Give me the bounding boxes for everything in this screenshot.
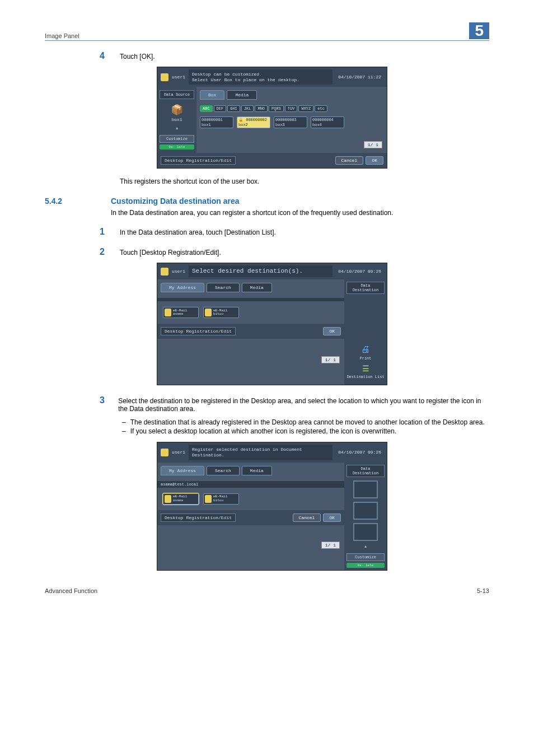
ok-button[interactable]: OK <box>366 156 383 165</box>
person-icon <box>205 309 212 316</box>
timestamp: 04/10/2007 09:26 <box>336 450 383 455</box>
destination-bitou[interactable]: ✉E-Mailbitou <box>203 307 239 318</box>
user-name: user1 <box>172 269 185 274</box>
print-button[interactable]: 🖨 Print <box>346 344 385 361</box>
section-intro: In the Data destination area, you can re… <box>111 209 489 217</box>
section-number: 5.4.2 <box>45 197 95 206</box>
alpha-wxyz[interactable]: WXYZ <box>298 105 313 112</box>
alpha-ghi[interactable]: GHI <box>227 105 240 112</box>
up-arrow-icon: ▲ <box>160 126 194 130</box>
box-item-2[interactable]: 🔒 000000002box2 <box>237 116 270 128</box>
step-3: 3 Select the destination to be registere… <box>100 395 489 413</box>
step-text: Touch [Desktop Registration/Edit]. <box>120 247 221 257</box>
person-icon <box>165 495 171 503</box>
dash-icon: – <box>122 427 126 435</box>
step-text: Touch [OK]. <box>120 51 155 61</box>
page-footer: Advanced Function 5-13 <box>45 587 489 594</box>
title-message: Select desired destination(s). <box>189 265 332 277</box>
page-indicator: 1/ 1 <box>364 141 382 148</box>
user-avatar-icon <box>161 449 168 456</box>
destination-asama[interactable]: ✉E-Mailasama <box>163 493 199 505</box>
step-4: 4 Touch [OK]. <box>100 51 489 61</box>
timestamp: 04/10/2007 11:22 <box>336 74 383 80</box>
tab-search[interactable]: Search <box>207 283 240 292</box>
step-number: 3 <box>100 395 108 413</box>
footer-left: Advanced Function <box>45 587 97 594</box>
title-message: Register selected destination in Documen… <box>189 445 332 460</box>
cancel-button[interactable]: Cancel <box>293 514 321 522</box>
customize-button[interactable]: Customize <box>160 135 194 143</box>
tab-media[interactable]: Media <box>242 466 272 475</box>
alpha-abc[interactable]: ABC <box>200 105 213 112</box>
destination-slot-2[interactable] <box>353 502 378 520</box>
step-number: 2 <box>100 247 110 257</box>
alpha-mno[interactable]: MNO <box>255 105 268 112</box>
user-name: user1 <box>172 74 185 80</box>
alpha-jkl[interactable]: JKL <box>241 105 254 112</box>
result-text: This registers the shortcut icon of the … <box>120 178 489 185</box>
tab-media[interactable]: Media <box>227 90 257 100</box>
dash-icon: – <box>122 418 126 426</box>
data-source-label: Data Source <box>160 90 194 99</box>
step-number: 4 <box>100 51 110 61</box>
destination-asama[interactable]: ✉E-Mailasama <box>163 307 199 318</box>
alpha-pqrs[interactable]: PQRS <box>269 105 284 112</box>
destination-list-button[interactable]: ☰ Destination List <box>346 364 385 379</box>
box-item-3[interactable]: 000000003box3 <box>274 116 307 128</box>
data-destination-label: Data Destination <box>346 465 385 477</box>
list-icon: ☰ <box>362 364 369 374</box>
screenshot-select-destination: user1 Select desired destination(s). 04/… <box>157 263 387 385</box>
printer-icon: 🖨 <box>361 344 370 355</box>
step-text: Select the destination to be registered … <box>118 395 489 413</box>
up-arrow-icon: ▲ <box>346 544 385 549</box>
header-left: Image Panel <box>45 32 79 39</box>
title-message: Desktop can be customized. Select User B… <box>189 69 332 85</box>
screenshot-box-selection: user1 Desktop can be customized. Select … <box>157 67 387 169</box>
tab-my-address[interactable]: My Address <box>161 466 204 475</box>
desktop-slot-1[interactable]: 📦 box1 <box>165 101 189 124</box>
user-avatar-icon <box>161 73 168 81</box>
page-header: Image Panel 5 <box>45 22 489 41</box>
foot-title: Desktop Registration/Edit <box>161 327 236 335</box>
tab-media[interactable]: Media <box>242 283 272 292</box>
delete-button[interactable]: De- lete <box>160 144 194 150</box>
destination-bitou[interactable]: ✉E-Mailbitou <box>203 493 239 505</box>
section-heading: 5.4.2 Customizing Data destination area <box>45 197 489 206</box>
person-icon <box>165 309 171 316</box>
footer-right: 5-13 <box>477 587 489 594</box>
destination-slot-3[interactable] <box>353 523 378 541</box>
step-number: 1 <box>100 227 110 237</box>
timestamp: 04/10/2007 09:26 <box>336 269 383 274</box>
foot-title: Desktop Registration/Edit <box>161 514 236 522</box>
foot-title: Desktop Registration/Edit <box>161 156 236 165</box>
selected-address: asama@test.local <box>157 481 344 488</box>
user-name: user1 <box>172 450 185 455</box>
alpha-tuv[interactable]: TUV <box>285 105 298 112</box>
step-text: In the Data destination area, touch [Des… <box>120 227 276 237</box>
tab-my-address[interactable]: My Address <box>161 283 204 292</box>
page-indicator: 1/ 1 <box>321 542 340 549</box>
alpha-filter-row: ABC DEF GHI JKL MNO PQRS TUV WXYZ etc <box>200 105 383 112</box>
destination-slot-1[interactable] <box>353 480 378 498</box>
customize-button[interactable]: Customize <box>346 553 385 561</box>
box-icon: 📦 <box>171 104 183 116</box>
step-2: 2 Touch [Desktop Registration/Edit]. <box>100 247 489 257</box>
cancel-button[interactable]: Cancel <box>335 156 364 165</box>
data-destination-label: Data Destination <box>346 282 385 294</box>
ok-button[interactable]: OK <box>323 514 341 522</box>
page-indicator: 1/ 1 <box>321 356 340 363</box>
tab-box[interactable]: Box <box>200 90 224 100</box>
person-icon <box>205 495 212 503</box>
alpha-def[interactable]: DEF <box>214 105 227 112</box>
screenshot-register-destination: user1 Register selected destination in D… <box>157 442 387 570</box>
section-title: Customizing Data destination area <box>111 197 239 206</box>
delete-button[interactable]: De- lete <box>346 563 385 568</box>
box-item-4[interactable]: 000000004box4 <box>311 116 344 128</box>
box-item-1[interactable]: 000000001box1 <box>200 116 233 128</box>
ok-button[interactable]: OK <box>323 327 341 335</box>
step-1: 1 In the Data destination area, touch [D… <box>100 227 489 237</box>
step-3-notes: –The destination that is already registe… <box>122 418 489 435</box>
alpha-etc[interactable]: etc <box>315 105 327 112</box>
user-avatar-icon <box>161 268 168 276</box>
tab-search[interactable]: Search <box>207 466 240 475</box>
